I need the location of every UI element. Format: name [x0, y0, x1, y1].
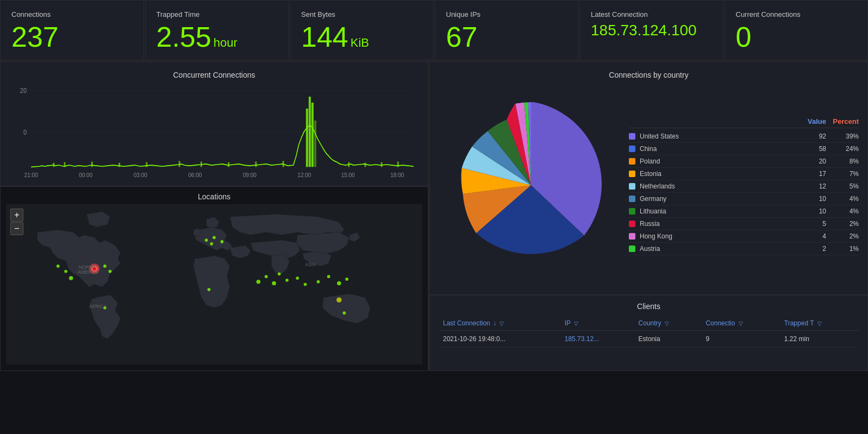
cell-country: Estonia — [634, 331, 702, 348]
cell-ip[interactable]: 185.73.12... — [560, 331, 634, 348]
legend-percent: 7% — [826, 170, 859, 178]
svg-point-40 — [205, 238, 208, 242]
filter-icon-trapped-time[interactable]: ▽ — [817, 320, 822, 326]
clients-section: Clients Last Connection ↓ ▽ IP ▽ — [429, 295, 868, 371]
country-name: Poland — [640, 158, 660, 165]
filter-icon-ip[interactable]: ▽ — [574, 320, 578, 326]
table-row: 2021-10-26 19:48:0... 185.73.12... Eston… — [439, 331, 859, 348]
concurrent-connections-section: Concurrent Connections 20 0 21:00 00:00 … — [0, 61, 428, 186]
map-controls: + − — [10, 209, 23, 235]
current-connections-label: Current Connections — [736, 10, 857, 18]
legend-row: China 58 24% — [629, 143, 859, 155]
world-map-svg: NORTH AMERICA ASIA AFRICA — [6, 204, 422, 364]
country-cell: Netherlands — [629, 183, 794, 190]
chart-title: Concurrent Connections — [9, 71, 419, 79]
current-connections-value: 0 — [736, 23, 857, 51]
main-content: Concurrent Connections 20 0 21:00 00:00 … — [0, 61, 868, 371]
country-name: Austria — [640, 245, 660, 253]
filter-icon-country[interactable]: ▽ — [665, 320, 669, 326]
pie-svg — [439, 93, 623, 278]
svg-point-45 — [265, 275, 268, 278]
country-name: China — [640, 145, 657, 153]
svg-rect-24 — [228, 162, 229, 167]
legend-row: Poland 20 8% — [629, 155, 859, 168]
country-cell: Estonia — [629, 170, 794, 178]
country-name: United States — [640, 133, 679, 140]
legend-value: 5 — [794, 220, 826, 228]
percent-header: Percent — [826, 117, 859, 125]
legend-value: 4 — [794, 232, 826, 240]
filter-icon-last-connection[interactable]: ▽ — [499, 320, 504, 326]
svg-text:03:00: 03:00 — [134, 172, 147, 177]
trapped-time-value: 2.55hour — [157, 23, 278, 51]
svg-rect-21 — [146, 162, 147, 167]
map-section: Locations + − — [0, 186, 428, 371]
stat-connections: Connections 237 — [0, 0, 144, 60]
svg-point-53 — [337, 281, 341, 286]
col-country[interactable]: Country ▽ — [634, 316, 702, 331]
value-header: Value — [794, 117, 826, 125]
clients-title: Clients — [439, 302, 859, 311]
svg-point-36 — [64, 270, 67, 273]
svg-text:06:00: 06:00 — [188, 172, 202, 177]
legend-dot — [629, 133, 635, 140]
svg-point-55 — [336, 297, 342, 303]
legend-row: Estonia 17 7% — [629, 168, 859, 180]
top-stats-bar: Connections 237 Trapped Time 2.55hour Se… — [0, 0, 868, 61]
svg-rect-22 — [179, 161, 180, 167]
svg-rect-27 — [348, 162, 349, 167]
pie-chart-section: Connections by country — [429, 61, 868, 295]
legend-header: Value Percent — [629, 115, 859, 128]
country-name: Hong Kong — [640, 232, 672, 240]
svg-point-47 — [278, 272, 281, 275]
cell-trapped-time: 1.22 min — [780, 331, 859, 348]
svg-text:ASIA: ASIA — [305, 262, 316, 267]
pie-layout: Value Percent United States 92 39% China… — [439, 85, 859, 286]
map-container: + − — [6, 204, 422, 364]
svg-point-50 — [304, 283, 307, 286]
country-name: Russia — [640, 220, 660, 228]
zoom-in-button[interactable]: + — [10, 209, 23, 222]
cell-last-connection: 2021-10-26 19:48:0... — [439, 331, 560, 348]
filter-icon-connections[interactable]: ▽ — [739, 320, 743, 326]
col-last-connection[interactable]: Last Connection ↓ ▽ — [439, 316, 560, 331]
svg-text:NORTH: NORTH — [79, 265, 95, 270]
stat-sent-bytes: Sent Bytes 144KiB — [290, 0, 434, 60]
svg-point-44 — [257, 280, 261, 284]
country-name: Lithuania — [640, 207, 666, 215]
country-cell: Lithuania — [629, 207, 794, 215]
legend-row: Austria 2 1% — [629, 243, 859, 255]
svg-text:12:00: 12:00 — [297, 172, 311, 177]
col-trapped-time[interactable]: Trapped T ▽ — [780, 316, 859, 331]
svg-point-46 — [272, 281, 276, 286]
country-cell: Austria — [629, 245, 794, 253]
svg-point-37 — [57, 265, 60, 268]
stat-latest-connection: Latest Connection 185.73.124.100 — [579, 0, 723, 60]
country-cell: Hong Kong — [629, 232, 794, 240]
trapped-time-label: Trapped Time — [157, 10, 278, 18]
col-connections[interactable]: Connectio ▽ — [701, 316, 779, 331]
svg-rect-26 — [283, 161, 284, 167]
latest-connection-label: Latest Connection — [591, 10, 712, 18]
svg-rect-19 — [91, 161, 93, 167]
legend-dot — [629, 208, 635, 215]
country-cell: United States — [629, 133, 794, 140]
svg-rect-29 — [381, 162, 383, 167]
svg-rect-16 — [314, 121, 316, 167]
svg-rect-17 — [53, 163, 54, 167]
chart-area: 20 0 21:00 00:00 03:00 06:00 09:00 12:00… — [9, 85, 419, 177]
legend-value: 10 — [794, 207, 826, 215]
col-ip[interactable]: IP ▽ — [560, 316, 634, 331]
zoom-out-button[interactable]: − — [10, 222, 23, 235]
legend-dot — [629, 196, 635, 202]
cell-connections: 9 — [701, 331, 779, 348]
ip-link[interactable]: 185.73.12... — [565, 335, 599, 343]
svg-text:AMERICA: AMERICA — [77, 269, 98, 275]
country-cell: China — [629, 145, 794, 153]
svg-point-49 — [296, 276, 299, 280]
svg-rect-25 — [255, 161, 257, 167]
svg-rect-28 — [364, 163, 366, 167]
legend-row: Germany 10 4% — [629, 193, 859, 205]
country-cell: Poland — [629, 158, 794, 165]
svg-point-43 — [210, 242, 213, 246]
